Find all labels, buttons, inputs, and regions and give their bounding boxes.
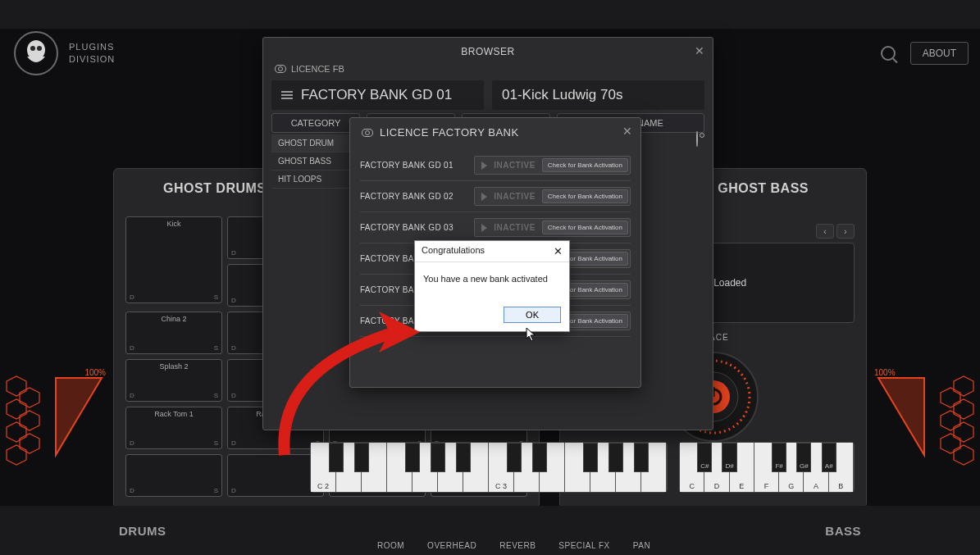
fx-label: SPECIAL FX — [558, 541, 609, 550]
volume-right[interactable]: 100% — [869, 365, 931, 463]
prev-preset-button[interactable]: ‹ — [816, 224, 834, 239]
volume-left-value: 100% — [84, 368, 106, 377]
browser-close-button[interactable]: ✕ — [695, 44, 704, 57]
brand-line1: PLUGINS — [69, 41, 115, 53]
check-activation-button[interactable]: Check for Bank Activation — [542, 189, 628, 203]
keyboard-main[interactable]: C 2C 3 — [310, 442, 668, 493]
black-key[interactable] — [609, 443, 624, 472]
pad-11[interactable]: Splash 2DS — [125, 359, 222, 402]
bank-name: FACTORY BANK GD 01 — [360, 161, 454, 170]
svg-marker-13 — [20, 411, 39, 430]
black-key[interactable] — [507, 443, 522, 472]
black-key[interactable] — [431, 443, 446, 472]
sample-selector[interactable]: 01-Kick Ludwig 70s — [492, 80, 704, 110]
black-key[interactable] — [456, 443, 472, 472]
menu-icon — [281, 91, 293, 99]
svg-marker-14 — [7, 422, 26, 442]
volume-left[interactable]: 100% — [49, 365, 111, 463]
svg-marker-19 — [954, 399, 973, 419]
eye-icon — [696, 131, 698, 147]
svg-marker-16 — [7, 445, 26, 465]
eye-icon — [275, 65, 286, 73]
black-key[interactable]: D# — [722, 443, 736, 472]
browser-title: BROWSER — [263, 38, 713, 61]
category-item[interactable]: HIT LOOPS — [271, 171, 360, 189]
preset-nav: ‹ › — [816, 224, 855, 239]
licence-fb-link[interactable]: LICENCE FB — [275, 64, 344, 74]
play-icon — [481, 224, 487, 232]
black-key[interactable] — [329, 443, 344, 472]
keyboard-bass[interactable]: CDEFGABC#D#F#G#A# — [679, 442, 855, 493]
fx-label: ROOM — [377, 541, 404, 550]
volume-right-value: 100% — [874, 368, 896, 377]
bank-name: FACTORY BANK GD 02 — [360, 192, 454, 201]
congrats-dialog: Congratulations ✕ You have a new bank ac… — [414, 240, 570, 332]
decor-hex-right — [931, 373, 980, 484]
black-key[interactable] — [532, 443, 548, 472]
svg-marker-18 — [941, 388, 960, 407]
black-key[interactable] — [354, 443, 370, 472]
svg-marker-15 — [20, 434, 39, 453]
licence-title-row: LICENCE FACTORY BANK — [350, 118, 640, 147]
bank-selector[interactable]: FACTORY BANK GD 01 — [271, 80, 484, 110]
logo-icon — [11, 29, 61, 78]
logo: PLUGINS DIVISION — [11, 29, 115, 78]
licence-bank-row: FACTORY BANK GD 02INACTIVECheck for Bank… — [360, 181, 631, 212]
black-key[interactable]: A# — [822, 443, 836, 472]
col-category[interactable]: CATEGORY — [271, 113, 360, 133]
footer-drums-label: DRUMS — [119, 524, 166, 538]
preview-toggle[interactable] — [696, 132, 698, 147]
fx-knobs-row: ROOMOVERHEADREVERBSPECIAL FXPAN — [377, 541, 650, 550]
check-activation-button[interactable]: Check for Bank Activation — [542, 158, 628, 172]
dialog-title: Congratulations — [422, 245, 485, 257]
category-item[interactable]: GHOST DRUM — [271, 134, 360, 152]
dialog-ok-button[interactable]: OK — [504, 307, 561, 323]
sample-selected: 01-Kick Ludwig 70s — [502, 87, 622, 103]
pad-0[interactable]: KickDS — [125, 216, 222, 303]
black-key[interactable] — [634, 443, 650, 472]
licence-bank-row: FACTORY BANK GD 03INACTIVECheck for Bank… — [360, 212, 631, 243]
licence-close-button[interactable]: ✕ — [622, 125, 632, 138]
pad-7[interactable]: China 2DS — [125, 312, 222, 354]
bank-status: INACTIVECheck for Bank Activation — [474, 218, 631, 237]
svg-marker-21 — [954, 422, 973, 442]
check-activation-button[interactable]: Check for Bank Activation — [542, 221, 628, 234]
black-key[interactable] — [583, 443, 599, 472]
pad-19[interactable]: DS — [125, 454, 222, 497]
play-icon — [481, 161, 487, 170]
pad-15[interactable]: Rack Tom 1DS — [125, 407, 222, 449]
black-key[interactable]: C# — [697, 443, 712, 472]
status-label: INACTIVE — [494, 192, 536, 201]
svg-marker-20 — [941, 411, 960, 430]
svg-point-3 — [37, 46, 42, 51]
svg-point-2 — [30, 46, 35, 51]
search-icon[interactable] — [881, 46, 896, 61]
svg-marker-10 — [7, 376, 26, 396]
status-label: INACTIVE — [494, 223, 536, 232]
fx-label: PAN — [633, 541, 650, 550]
fx-label: OVERHEAD — [427, 541, 476, 550]
about-button[interactable]: ABOUT — [910, 42, 969, 65]
black-key[interactable] — [405, 443, 421, 472]
bank-selected: FACTORY BANK GD 01 — [301, 87, 452, 103]
svg-marker-11 — [20, 388, 39, 407]
bank-status: INACTIVECheck for Bank Activation — [474, 156, 631, 175]
svg-marker-12 — [7, 399, 26, 419]
decor-hex-left — [0, 373, 49, 484]
black-key[interactable]: F# — [772, 443, 786, 472]
dialog-message: You have a new bank activated — [415, 262, 569, 302]
window-titlebar — [0, 0, 980, 29]
bank-name: FACTORY BANK GD 03 — [360, 223, 454, 232]
ghost-drums-title: GHOST DRUMS — [163, 181, 267, 196]
play-icon — [481, 193, 487, 201]
licence-fb-label: LICENCE FB — [291, 64, 344, 74]
licence-bank-row: FACTORY BANK GD 01INACTIVECheck for Bank… — [360, 150, 631, 181]
fx-label: REVERB — [499, 541, 536, 550]
category-item[interactable]: GHOST BASS — [271, 152, 360, 171]
black-key[interactable]: G# — [796, 443, 811, 472]
dialog-close-button[interactable]: ✕ — [554, 245, 563, 257]
next-preset-button[interactable]: › — [836, 224, 855, 239]
bank-status: INACTIVECheck for Bank Activation — [474, 187, 631, 206]
svg-marker-17 — [954, 376, 973, 396]
eye-icon — [362, 129, 373, 137]
